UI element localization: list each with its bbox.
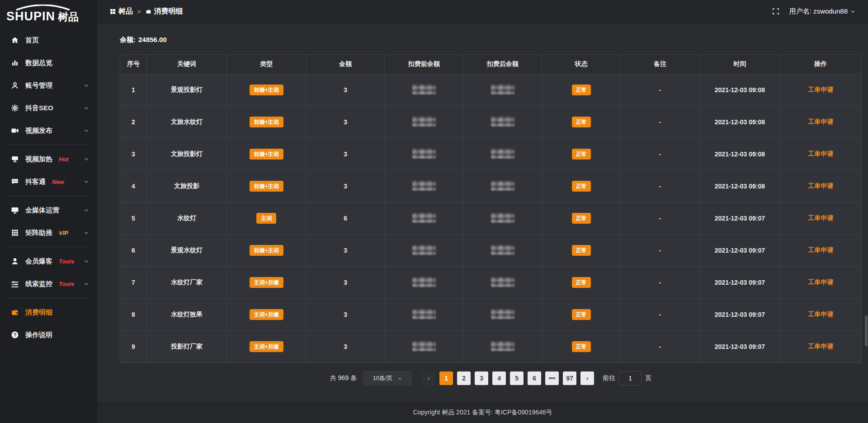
cell-amount: 3 — [306, 331, 385, 363]
redacted-value — [491, 181, 514, 191]
menu-divider — [8, 196, 89, 196]
sidebar-item-instructions[interactable]: ? 操作说明 — [0, 324, 97, 346]
cell-amount: 6 — [306, 202, 385, 235]
sidebar-item-member-burst[interactable]: 会员爆客 Tools — [0, 250, 97, 273]
status-badge: 正常 — [572, 277, 591, 288]
sidebar-item-label: 首页 — [25, 36, 39, 45]
sidebar-item-video-heat[interactable]: 视频加热 Hot — [0, 148, 97, 170]
cell-time: 2021-12-03 09:08 — [700, 138, 780, 170]
pagination-page-6[interactable]: 6 — [528, 371, 541, 385]
redacted-value — [412, 85, 436, 94]
work-order-link[interactable]: 工单申请 — [808, 343, 833, 350]
balance-value: 24856.00 — [138, 36, 167, 43]
user-menu[interactable]: 用户名: zswodun88 — [789, 7, 855, 16]
pagination-next-button[interactable]: › — [580, 371, 594, 385]
pagination-page-1[interactable]: 1 — [439, 371, 453, 385]
page-size-select[interactable]: 10条/页 — [363, 371, 411, 385]
work-order-link[interactable]: 工单申请 — [808, 278, 833, 286]
sidebar-item-clue-monitor[interactable]: 线索监控 Tools — [0, 273, 97, 295]
chevron-down-icon — [84, 179, 89, 184]
work-order-link[interactable]: 工单申请 — [808, 150, 833, 157]
breadcrumb-separator: > — [137, 8, 141, 15]
cell-status: 正常 — [542, 267, 621, 299]
bar-chart-icon — [11, 59, 19, 67]
work-order-link[interactable]: 工单申请 — [808, 86, 833, 93]
pagination-page-5[interactable]: 5 — [510, 371, 524, 385]
cell-balance-before — [385, 235, 463, 267]
sidebar-item-label: 全媒体运营 — [25, 206, 59, 215]
cell-keyword: 文旅水纹灯 — [147, 106, 227, 138]
topbar-right: 用户名: zswodun88 — [772, 7, 855, 16]
cell-balance-after — [463, 170, 542, 202]
cell-type: 主词 — [227, 202, 306, 235]
tools-badge: Tools — [59, 258, 74, 265]
sidebar-item-matrix-boost[interactable]: 矩阵助推 VIP — [0, 221, 97, 244]
redacted-value — [491, 117, 514, 127]
sidebar-item-data-overview[interactable]: 数据总览 — [0, 52, 97, 74]
sidebar-item-douketong[interactable]: 抖客通 New — [0, 170, 97, 193]
cell-balance-after — [463, 331, 542, 363]
monitor-icon — [11, 206, 19, 214]
sidebar-item-label: 操作说明 — [25, 331, 52, 339]
goto-page-input[interactable] — [619, 371, 642, 385]
cell-keyword: 水纹灯厂家 — [147, 267, 227, 299]
cell-balance-before — [385, 170, 463, 202]
cell-balance-before — [385, 106, 463, 138]
cell-index: 6 — [120, 235, 147, 267]
cell-balance-after — [463, 235, 542, 267]
chevron-down-icon — [84, 156, 89, 162]
fullscreen-icon[interactable] — [772, 8, 779, 15]
work-order-link[interactable]: 工单申请 — [808, 214, 833, 221]
work-order-link[interactable]: 工单申请 — [808, 118, 833, 125]
chat-icon — [11, 178, 19, 186]
consumption-table: 序号关键词类型金额扣费前余额扣费后余额状态备注时间操作 1 景观投影灯 前缀+主… — [120, 54, 862, 363]
breadcrumb-current[interactable]: 消费明细 — [146, 7, 183, 16]
work-order-link[interactable]: 工单申请 — [808, 246, 833, 254]
sidebar-item-video-publish[interactable]: 视频发布 — [0, 119, 97, 142]
pagination-prev-button[interactable]: ‹ — [422, 371, 435, 385]
cell-action: 工单申请 — [780, 331, 862, 363]
redacted-value — [412, 277, 436, 287]
cell-action: 工单申请 — [780, 170, 862, 202]
copyright-text: Copyright 树品 2021 备案号: 粤ICP备09019646号 — [413, 409, 552, 417]
chevron-down-icon — [84, 105, 89, 111]
scrollbar-thumb[interactable] — [865, 315, 868, 346]
chevron-down-icon — [84, 207, 89, 213]
sidebar-item-consumption-detail[interactable]: 消费明细 — [0, 301, 97, 324]
pagination-page-97[interactable]: 97 — [563, 371, 576, 385]
cell-status: 正常 — [542, 170, 621, 202]
cell-type: 主词+后缀 — [227, 331, 306, 363]
sidebar-item-label: 抖客通 — [25, 178, 46, 186]
breadcrumb-home[interactable]: 树品 — [110, 7, 133, 16]
redacted-value — [491, 309, 514, 319]
cell-amount: 3 — [306, 235, 385, 267]
pagination-page-3[interactable]: 3 — [475, 371, 488, 385]
pagination-bar: 共 969 条 10条/页 ‹ 123456•••97 › 前往 页 — [120, 371, 862, 385]
type-badge: 主词+后缀 — [250, 277, 283, 288]
user-icon — [11, 81, 19, 89]
status-badge: 正常 — [572, 149, 591, 160]
sidebar-item-label: 视频加热 — [25, 155, 52, 164]
brand-logo: SHUPIN 树品 — [0, 0, 97, 25]
pagination-ellipsis[interactable]: ••• — [545, 371, 559, 385]
grid-icon — [11, 229, 19, 237]
work-order-link[interactable]: 工单申请 — [808, 310, 833, 318]
cell-remark: - — [620, 331, 699, 363]
cell-status: 正常 — [542, 299, 621, 331]
work-order-link[interactable]: 工单申请 — [808, 182, 833, 189]
page-size-value: 10条/页 — [373, 374, 393, 382]
sidebar-item-label: 抖音SEO — [25, 104, 53, 113]
cell-keyword: 景观投影灯 — [147, 74, 227, 106]
redacted-value — [491, 213, 514, 223]
chevron-down-icon — [84, 258, 89, 264]
sidebar-item-all-media[interactable]: 全媒体运营 — [0, 199, 97, 221]
sidebar-item-douyin-seo[interactable]: 抖音SEO — [0, 97, 97, 119]
cell-balance-before — [385, 267, 463, 299]
chevron-down-icon — [84, 128, 89, 133]
sidebar-item-account[interactable]: 账号管理 — [0, 74, 97, 97]
cell-index: 4 — [120, 170, 147, 202]
pagination-page-4[interactable]: 4 — [492, 371, 506, 385]
menu-divider — [8, 247, 89, 247]
pagination-page-2[interactable]: 2 — [457, 371, 471, 385]
sidebar-item-home[interactable]: 首页 — [0, 29, 97, 52]
